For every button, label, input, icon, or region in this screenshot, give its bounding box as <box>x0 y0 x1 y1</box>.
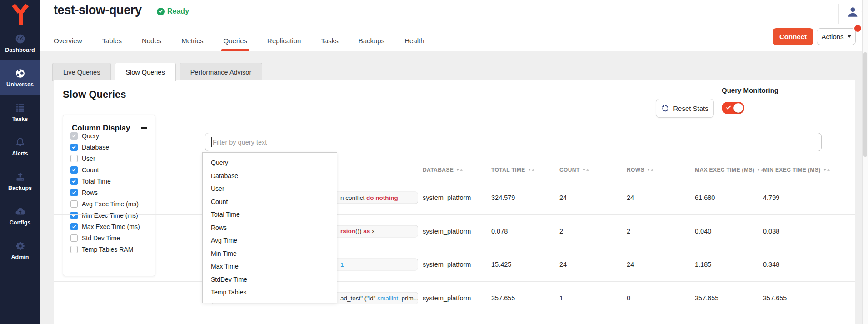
dropdown-item-query[interactable]: Query <box>203 156 337 169</box>
subtab-live-queries[interactable]: Live Queries <box>52 63 111 81</box>
yugabyte-logo-icon[interactable] <box>10 3 30 24</box>
gear-icon <box>15 240 26 252</box>
cloud-icon <box>15 206 26 217</box>
column-option-label: Count <box>82 166 99 174</box>
dropdown-item-user[interactable]: User <box>203 182 337 195</box>
nav-tab-metrics[interactable]: Metrics <box>181 30 203 51</box>
backups-icon <box>15 171 26 183</box>
subtab-performance-advisor[interactable]: Performance Advisor <box>180 63 263 81</box>
sidebar-item-admin[interactable]: Admin <box>0 233 40 268</box>
cell-total_time: 0.078 <box>491 228 508 235</box>
column-header-label: DATABASE <box>423 167 454 173</box>
collapse-minus-icon[interactable] <box>141 127 147 129</box>
reset-stats-button[interactable]: Reset Stats <box>656 99 714 118</box>
table-body: n conflict do nothingsystem_platform324.… <box>54 181 855 315</box>
checkbox-query[interactable] <box>70 132 78 140</box>
scrollbar-thumb[interactable] <box>863 52 867 157</box>
column-header-count[interactable]: COUNT <box>559 167 589 173</box>
dropdown-item-temp-tables[interactable]: Temp Tables <box>203 286 337 299</box>
cell-total_time: 324.579 <box>491 194 515 201</box>
sidebar-item-configs[interactable]: Configs <box>0 199 40 233</box>
table-row[interactable]: rsion()) as xsystem_platform0.078220.040… <box>54 215 855 249</box>
column-header-total-time[interactable]: TOTAL TIME <box>491 167 534 173</box>
checkbox-count[interactable] <box>70 166 78 174</box>
column-header-label: ROWS <box>627 167 644 173</box>
column-header-min-exec-time-ms[interactable]: MIN EXEC TIME (MS) <box>763 167 830 173</box>
cell-count: 24 <box>559 261 567 268</box>
notification-dot <box>854 25 861 32</box>
nav-tab-overview[interactable]: Overview <box>54 30 82 51</box>
connect-button[interactable]: Connect <box>773 28 813 45</box>
column-option-database[interactable]: Database <box>70 141 152 153</box>
cell-min_exec_time: 357.655 <box>763 294 787 302</box>
status-label: Ready <box>167 7 189 15</box>
nav-tab-queries[interactable]: Queries <box>224 30 248 51</box>
universe-title: test-slow-query <box>54 3 142 17</box>
column-header-database[interactable]: DATABASE <box>423 167 463 173</box>
cell-count: 1 <box>559 294 563 302</box>
cell-database: system_platform <box>423 228 471 235</box>
sort-arrows-icon[interactable] <box>583 169 589 171</box>
sidebar-item-label: Dashboard <box>5 47 35 53</box>
dropdown-item-total-time[interactable]: Total Time <box>203 208 337 221</box>
column-option-user[interactable]: User <box>70 153 152 164</box>
nav-tab-tables[interactable]: Tables <box>102 30 122 51</box>
cell-rows: 24 <box>627 261 634 268</box>
actions-button[interactable]: Actions <box>817 28 856 45</box>
dashboard-icon <box>15 33 26 45</box>
sort-arrows-icon[interactable] <box>528 169 534 171</box>
nav-tab-health[interactable]: Health <box>404 30 424 51</box>
dropdown-item-min-time[interactable]: Min Time <box>203 247 337 260</box>
nav-tab-tasks[interactable]: Tasks <box>321 30 338 51</box>
subtab-slow-queries[interactable]: Slow Queries <box>115 63 175 81</box>
nav-tab-nodes[interactable]: Nodes <box>142 30 161 51</box>
sidebar-item-dashboard[interactable]: Dashboard <box>0 26 40 60</box>
header-divider <box>838 4 839 24</box>
sidebar-item-backups[interactable]: Backups <box>0 164 40 199</box>
nav-tab-replication[interactable]: Replication <box>267 30 301 51</box>
query-monitoring-label: Query Monitoring <box>722 86 778 94</box>
column-header-label: COUNT <box>559 167 580 173</box>
sort-arrows-icon[interactable] <box>823 169 830 171</box>
dropdown-item-rows[interactable]: Rows <box>203 221 337 234</box>
query-filter-input[interactable] <box>205 133 822 151</box>
cell-database: system_platform <box>423 261 471 268</box>
scrollbar[interactable] <box>862 0 868 324</box>
dropdown-item-count[interactable]: Count <box>203 195 337 209</box>
cell-max_exec_time: 1.185 <box>695 261 711 268</box>
globe-icon <box>15 68 26 79</box>
table-row[interactable]: 1system_platform15.42524241.1850.348 <box>54 248 855 282</box>
checkbox-database[interactable] <box>70 144 78 151</box>
cell-total_time: 357.655 <box>491 294 515 302</box>
sidebar-item-tasks[interactable]: Tasks <box>0 95 40 130</box>
table-row[interactable]: n conflict do nothingsystem_platform324.… <box>54 181 855 215</box>
table-row[interactable]: ad_test" ("id" smallint, prim...system_p… <box>54 282 855 315</box>
column-header-rows[interactable]: ROWS <box>627 167 653 173</box>
sort-arrows-icon[interactable] <box>647 169 653 171</box>
column-option-query[interactable]: Query <box>70 130 152 141</box>
nav-tab-backups[interactable]: Backups <box>359 30 385 51</box>
dropdown-item-stddev-time[interactable]: StdDev Time <box>203 273 337 286</box>
query-monitoring-toggle[interactable] <box>722 102 744 114</box>
toggle-knob <box>733 103 743 113</box>
page-title: Slow Queries <box>63 89 126 100</box>
sidebar-item-universes[interactable]: Universes <box>0 60 40 95</box>
column-header-max-exec-time-ms[interactable]: MAX EXEC TIME (MS) <box>695 167 763 173</box>
column-option-label: User <box>82 155 95 162</box>
column-filter-dropdown: QueryDatabaseUserCountTotal TimeRowsAvg … <box>202 152 337 303</box>
cell-rows: 0 <box>627 294 630 302</box>
status-badge: Ready <box>157 7 189 15</box>
cell-min_exec_time: 0.348 <box>763 261 779 268</box>
text-cursor <box>211 137 212 147</box>
sidebar-item-alerts[interactable]: Alerts <box>0 130 40 164</box>
dropdown-item-max-time[interactable]: Max Time <box>203 260 337 273</box>
dropdown-item-avg-time[interactable]: Avg Time <box>203 234 337 247</box>
actions-caret-icon <box>848 35 851 38</box>
checkbox-user[interactable] <box>70 155 78 162</box>
column-header-label: MAX EXEC TIME (MS) <box>695 167 754 173</box>
reset-stats-label: Reset Stats <box>673 105 708 112</box>
column-option-count[interactable]: Count <box>70 164 152 175</box>
sort-arrows-icon[interactable] <box>456 169 463 171</box>
dropdown-item-database[interactable]: Database <box>203 169 337 183</box>
actions-label: Actions <box>821 33 843 40</box>
